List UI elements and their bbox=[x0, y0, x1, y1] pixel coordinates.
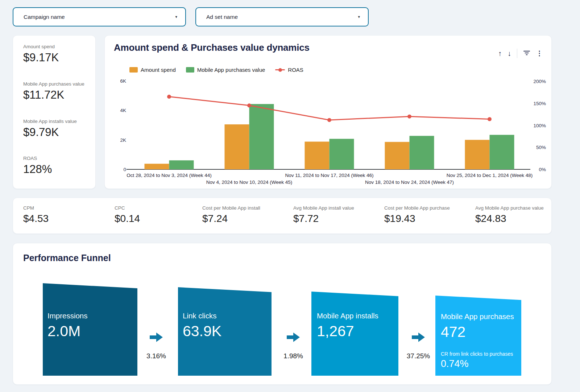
svg-text:0%: 0% bbox=[539, 167, 546, 172]
arrow-right-icon bbox=[287, 332, 300, 343]
legend-swatch-orange bbox=[129, 67, 138, 73]
conversion-rate-label: 1.98% bbox=[283, 352, 303, 360]
metric-avg-install-value: Avg Mobile App install value $7.72 bbox=[293, 205, 354, 224]
scorecard-value: $11.72K bbox=[23, 88, 88, 102]
legend-item-amount-spend: Amount spend bbox=[129, 67, 176, 73]
svg-text:6K: 6K bbox=[120, 78, 126, 84]
more-options-icon[interactable]: ⋮ bbox=[536, 50, 543, 57]
conversion-rate-label: 3.16% bbox=[146, 352, 166, 360]
legend-swatch-green bbox=[186, 67, 194, 73]
toolbar-divider bbox=[517, 49, 517, 58]
legend-label: Amount spend bbox=[141, 67, 176, 73]
funnel-step-label: Mobile App installs bbox=[317, 311, 378, 320]
metric-value: $24.83 bbox=[475, 213, 544, 224]
dashboard-page: Campaign name ▾ Ad set name ▾ Amount spe… bbox=[0, 0, 580, 392]
funnel-step-text: Link clicks 63.9K bbox=[183, 311, 221, 340]
chart-legend: Amount spend Mobile App purchases value … bbox=[129, 67, 303, 73]
funnel-step-text: Impressions 2.0M bbox=[47, 311, 88, 340]
metric-label: Avg Mobile App install value bbox=[293, 205, 354, 211]
metric-label: Cost per Mobile App purchase bbox=[384, 205, 450, 211]
scorecard-amount-spend: Amount spend $9.17K bbox=[23, 44, 88, 64]
chevron-down-icon: ▾ bbox=[358, 15, 360, 19]
legend-label: Mobile App purchases value bbox=[197, 67, 265, 73]
funnel-cr-label: CR from link clicks to purchases bbox=[441, 351, 513, 357]
metric-cost-per-purchase: Cost per Mobile App purchase $19.43 bbox=[384, 205, 450, 224]
campaign-name-filter[interactable]: Campaign name ▾ bbox=[13, 7, 186, 26]
legend-item-purchases-value: Mobile App purchases value bbox=[186, 67, 265, 73]
metric-value: $19.43 bbox=[384, 213, 450, 224]
svg-text:Oct 28, 2024 to Nov 3, 2024 (W: Oct 28, 2024 to Nov 3, 2024 (Week 44) bbox=[127, 173, 212, 178]
metrics-strip-card: CPM $4.53 CPC $0.14 Cost per Mobile App … bbox=[13, 198, 552, 234]
svg-text:Nov 18, 2024 to Nov 24, 2024 (: Nov 18, 2024 to Nov 24, 2024 (Week 47) bbox=[365, 180, 454, 185]
svg-text:0: 0 bbox=[123, 167, 126, 172]
svg-text:200%: 200% bbox=[533, 79, 546, 84]
funnel-step-cr-text: CR from link clicks to purchases 0.74% bbox=[441, 351, 513, 370]
metric-label: Avg Mobile App purchase value bbox=[475, 205, 544, 211]
conversion-rate-label: 37.25% bbox=[407, 352, 430, 360]
chevron-down-icon: ▾ bbox=[175, 15, 177, 19]
svg-text:Nov 11, 2024 to Nov 17, 2024 (: Nov 11, 2024 to Nov 17, 2024 (Week 46) bbox=[285, 173, 373, 178]
performance-funnel-card: Performance Funnel Impressions 2.0M Link… bbox=[13, 243, 552, 385]
legend-item-roas: ROAS bbox=[275, 67, 303, 73]
chart-toolbar: ↑ ↓ ⋮ bbox=[498, 49, 543, 58]
amount-spend-purchases-combo-chart[interactable]: 02K4K6K0%50%100%150%200%Oct 28, 2024 to … bbox=[105, 76, 551, 188]
metric-label: Cost per Mobile App install bbox=[202, 205, 260, 211]
scorecard-label: Mobile App purchases value bbox=[23, 81, 88, 87]
metric-label: CPM bbox=[23, 205, 49, 211]
campaign-filter-label: Campaign name bbox=[24, 14, 65, 20]
arrow-right-icon bbox=[150, 332, 163, 343]
metric-avg-purchase-value: Avg Mobile App purchase value $24.83 bbox=[475, 205, 544, 224]
scorecard-value: $9.17K bbox=[23, 51, 88, 64]
metric-cpc: CPC $0.14 bbox=[115, 205, 140, 224]
funnel-step-text: Mobile App installs 1,267 bbox=[317, 311, 378, 340]
adset-filter-label: Ad set name bbox=[206, 14, 238, 20]
svg-text:100%: 100% bbox=[533, 123, 546, 128]
scorecard-label: Mobile App installs value bbox=[23, 119, 88, 124]
chart-title: Amount spend & Purchases value dynamics bbox=[114, 42, 310, 53]
legend-line-marker bbox=[275, 69, 285, 70]
scorecard-value: $9.79K bbox=[23, 126, 88, 139]
metric-label: CPC bbox=[115, 205, 140, 211]
funnel-step-label: Link clicks bbox=[183, 311, 221, 320]
svg-text:150%: 150% bbox=[533, 101, 546, 106]
funnel-title: Performance Funnel bbox=[23, 253, 111, 263]
metric-value: $4.53 bbox=[23, 213, 49, 224]
funnel-step-value: 63.9K bbox=[183, 323, 221, 340]
filter-icon[interactable] bbox=[523, 50, 530, 57]
legend-label: ROAS bbox=[288, 67, 303, 73]
svg-text:50%: 50% bbox=[536, 145, 546, 150]
funnel-step-label: Mobile App purchases bbox=[441, 312, 514, 321]
scorecard-value: 128% bbox=[23, 163, 88, 176]
chart-card: Amount spend & Purchases value dynamics … bbox=[104, 35, 552, 189]
svg-text:2K: 2K bbox=[120, 137, 126, 143]
scorecard-installs-value: Mobile App installs value $9.79K bbox=[23, 119, 88, 139]
scorecard-label: ROAS bbox=[23, 156, 88, 161]
funnel-cr-value: 0.74% bbox=[441, 358, 513, 370]
svg-text:4K: 4K bbox=[120, 108, 126, 113]
metric-cpm: CPM $4.53 bbox=[23, 205, 49, 224]
funnel-step-value: 2.0M bbox=[47, 323, 88, 340]
metric-value: $0.14 bbox=[115, 213, 140, 224]
svg-text:Nov 25, 2024 to Dec 1, 2024 (W: Nov 25, 2024 to Dec 1, 2024 (Week 48) bbox=[447, 173, 533, 178]
metric-cost-per-install: Cost per Mobile App install $7.24 bbox=[202, 205, 260, 224]
funnel-step-value: 1,267 bbox=[317, 323, 378, 340]
scorecard-purchases-value: Mobile App purchases value $11.72K bbox=[23, 81, 88, 102]
kpi-scorecard-panel: Amount spend $9.17K Mobile App purchases… bbox=[13, 35, 96, 189]
scorecard-label: Amount spend bbox=[23, 44, 88, 49]
metric-value: $7.72 bbox=[293, 213, 354, 224]
metric-value: $7.24 bbox=[202, 213, 260, 224]
ad-set-name-filter[interactable]: Ad set name ▾ bbox=[195, 7, 369, 26]
funnel-step-text: Mobile App purchases 472 bbox=[441, 312, 514, 341]
scorecard-roas: ROAS 128% bbox=[23, 156, 88, 176]
svg-text:Nov 4, 2024 to Nov 10, 2024 (W: Nov 4, 2024 to Nov 10, 2024 (Week 45) bbox=[206, 180, 293, 185]
funnel-step-value: 472 bbox=[441, 323, 514, 341]
arrow-right-icon bbox=[412, 332, 425, 343]
sort-ascending-icon[interactable]: ↑ bbox=[498, 50, 502, 57]
sort-descending-icon[interactable]: ↓ bbox=[508, 50, 511, 57]
funnel-step-label: Impressions bbox=[47, 311, 88, 320]
